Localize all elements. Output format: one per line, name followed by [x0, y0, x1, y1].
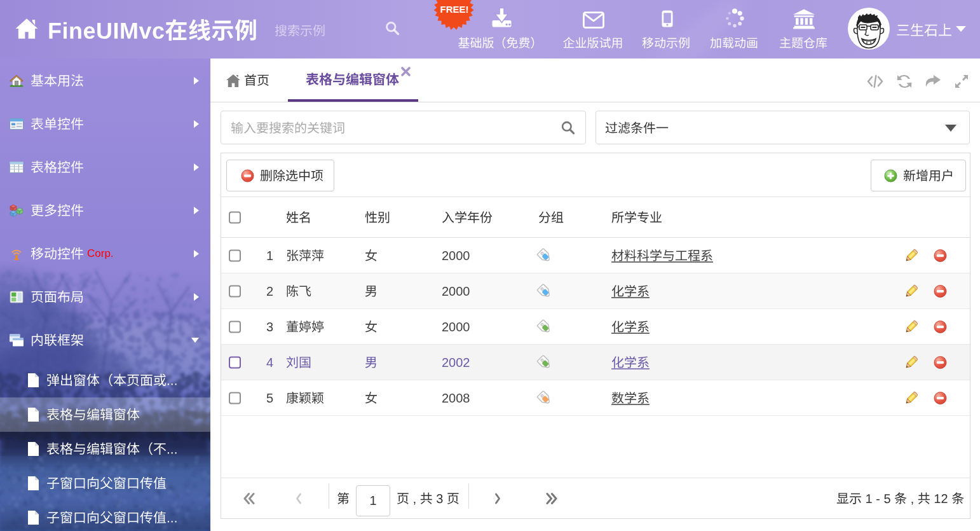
svg-text:FREE!: FREE!	[440, 4, 469, 15]
